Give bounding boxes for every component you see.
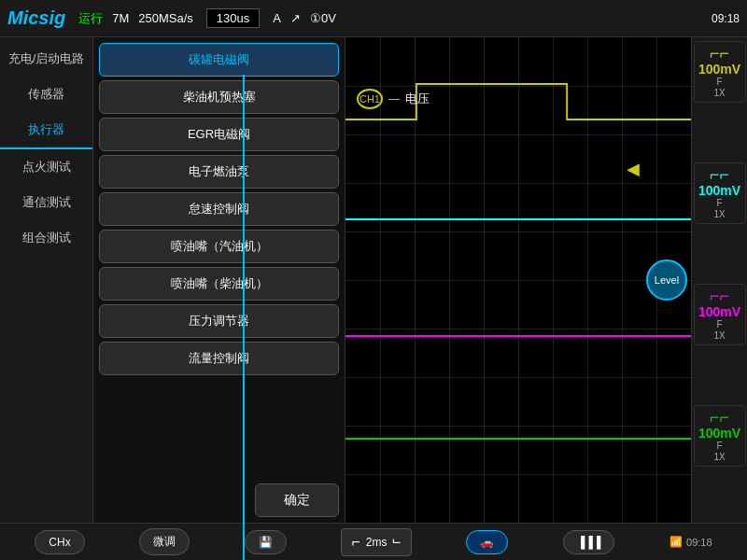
ch2-icon: ⌐⌐ — [697, 166, 743, 183]
menu-btn-2[interactable]: EGR电磁阀 — [99, 118, 339, 151]
top-bar: Micsig 运行 7M 250MSa/s 130us A ↗ ①0V 09:1… — [0, 0, 747, 37]
wifi-info: 📶 09:18 — [669, 536, 712, 548]
right-panel: ⌐⌐ 100mV F1X ⌐⌐ 100mV F1X ⌐⌐ 100mV F1X ⌐… — [691, 37, 747, 523]
logo: Micsig — [7, 7, 65, 29]
trig-source: A — [273, 11, 281, 25]
pulse-up-icon: ⌐ — [351, 534, 359, 551]
sidebar-item-combo[interactable]: 组合测试 — [0, 220, 92, 256]
ch2-control[interactable]: ⌐⌐ 100mV F1X — [694, 162, 746, 224]
trig-level: ①0V — [310, 11, 336, 25]
wifi-icon: 📶 — [669, 536, 683, 548]
menu-btn-3[interactable]: 电子燃油泵 — [99, 155, 339, 189]
sidebar-item-charging[interactable]: 充电/启动电路 — [0, 41, 92, 77]
car-button[interactable]: 🚗 — [466, 530, 508, 554]
fine-tune-button[interactable]: 微调 — [139, 528, 190, 555]
clock: 09:18 — [712, 12, 740, 25]
ch1-text: 电压 — [405, 91, 430, 107]
time-base[interactable]: 130us — [206, 8, 260, 28]
scope-area[interactable]: CH1 — 电压 ◀ Level — [345, 37, 691, 523]
memory-depth: 7M — [112, 11, 129, 25]
confirm-button[interactable]: 确定 — [255, 483, 339, 517]
ch3-icon: ⌐⌐ — [697, 287, 743, 304]
menu-btn-5[interactable]: 喷油嘴（汽油机） — [99, 230, 339, 263]
sample-rate: 250MSa/s — [138, 11, 193, 25]
time-controls[interactable]: ⌐ 2ms ⌐ — [341, 528, 411, 556]
sidebar-item-actuator[interactable]: 执行器 — [0, 112, 92, 149]
center-panel: 碳罐电磁阀 柴油机预热塞 EGR电磁阀 电子燃油泵 怠速控制阀 喷油嘴（汽油机）… — [93, 37, 345, 523]
ch1-control[interactable]: ⌐⌐ 100mV F1X — [694, 41, 746, 103]
ch4-control[interactable]: ⌐⌐ 100mV F1X — [694, 405, 746, 467]
trigger-arrow: ◀ — [627, 159, 640, 179]
sidebar-item-ignition[interactable]: 点火测试 — [0, 149, 92, 185]
menu-btn-6[interactable]: 喷油嘴（柴油机） — [99, 267, 339, 301]
main-area: 充电/启动电路 传感器 执行器 点火测试 通信测试 组合测试 碳罐电磁阀 柴油机… — [0, 37, 747, 523]
bottom-bar: CHx 微调 💾 ⌐ 2ms ⌐ 🚗 ▐▐▐ 📶 09:18 — [0, 523, 747, 560]
menu-btn-4[interactable]: 怠速控制阀 — [99, 192, 339, 226]
save-button[interactable]: 💾 — [245, 530, 287, 554]
pulse-down-icon: ⌐ — [392, 534, 401, 551]
chx-button[interactable]: CHx — [35, 530, 84, 554]
menu-btn-8[interactable]: 流量控制阀 — [99, 342, 339, 375]
trig-edge: ↗ — [290, 11, 301, 25]
bars-button[interactable]: ▐▐▐ — [563, 530, 615, 554]
sidebar: 充电/启动电路 传感器 执行器 点火测试 通信测试 组合测试 — [0, 37, 93, 523]
save-icon: 💾 — [259, 536, 273, 549]
ch4-icon: ⌐⌐ — [697, 409, 743, 426]
menu-btn-7[interactable]: 压力调节器 — [99, 304, 339, 338]
ch1-badge: CH1 — [357, 89, 383, 109]
ch3-control[interactable]: ⌐⌐ 100mV F1X — [694, 284, 746, 345]
ch1-label: CH1 — 电压 — [357, 89, 430, 109]
ch1-icon: ⌐⌐ — [697, 45, 743, 62]
car-icon: 🚗 — [480, 536, 494, 549]
run-status: 运行 — [78, 10, 103, 27]
bars-icon: ▐▐▐ — [577, 536, 601, 549]
sidebar-item-sensor[interactable]: 传感器 — [0, 77, 92, 112]
level-button[interactable]: Level — [646, 259, 687, 301]
waveform-svg — [345, 37, 691, 523]
menu-btn-0[interactable]: 碳罐电磁阀 — [99, 43, 339, 77]
menu-btn-1[interactable]: 柴油机预热塞 — [99, 80, 339, 114]
sidebar-item-comm[interactable]: 通信测试 — [0, 185, 92, 220]
